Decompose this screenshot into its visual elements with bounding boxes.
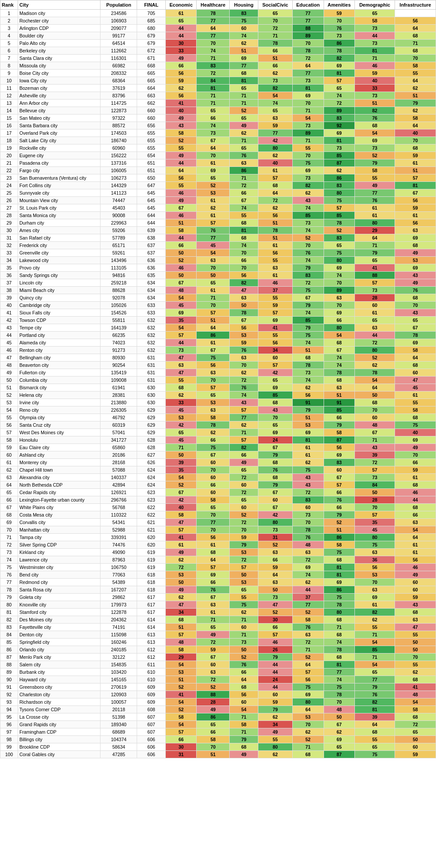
cell-4: 61 [166, 541, 197, 549]
cell-2: 240185 [101, 646, 137, 654]
table-row: 17Overland Park city17450365558736277896… [0, 129, 436, 137]
cell-4: 29 [166, 654, 197, 661]
cell-7: 51 [258, 55, 293, 62]
table-row: 5Palo Alto city645146793070627870867371 [0, 40, 436, 47]
cell-8: 74 [292, 309, 324, 317]
cell-7: 57 [258, 174, 293, 182]
cell-2: 189340 [101, 721, 137, 728]
cell-5: 61 [197, 197, 230, 204]
cell-2: 64514 [101, 40, 137, 47]
cell-8: 77 [292, 17, 324, 25]
cell-0: 99 [0, 743, 18, 751]
cell-11: 61 [395, 541, 436, 549]
cell-8: 78 [292, 362, 324, 369]
cell-11: 64 [395, 122, 436, 129]
cell-11: 70 [395, 137, 436, 144]
cell-3: 621 [137, 526, 166, 534]
table-row: 41Sioux Falls city1545266336957785774696… [0, 309, 436, 317]
cell-8: 64 [292, 62, 324, 70]
cell-9: 79 [324, 511, 354, 519]
cell-8: 55 [292, 144, 324, 152]
cell-9: 69 [324, 264, 354, 272]
table-header: RankCityPopulationFINALEconomicHealthcar… [0, 0, 436, 10]
cell-10: 82 [354, 107, 395, 115]
cell-7: 66 [258, 556, 293, 564]
cell-2: 59206 [101, 227, 137, 234]
cell-4: 55 [166, 377, 197, 384]
cell-10: 73 [354, 92, 395, 100]
cell-1: Alameda city [18, 339, 101, 347]
cell-2: 74191 [101, 624, 137, 631]
cell-10: 70 [354, 504, 395, 511]
cell-0: 70 [0, 526, 18, 534]
cell-4: 66 [166, 736, 197, 743]
table-row: 82Des Moines city20436261468717130586862… [0, 616, 436, 624]
cell-5: 88 [197, 691, 230, 698]
cell-9: 86 [324, 534, 354, 541]
cell-2: 87963 [101, 556, 137, 564]
cell-10: 49 [354, 182, 395, 189]
cell-2: 83796 [101, 92, 137, 100]
cell-6: 58 [230, 721, 258, 728]
cell-11 [395, 10, 436, 17]
cell-8: 81 [292, 436, 324, 444]
cell-6: 65 [230, 85, 258, 92]
cell-3: 627 [137, 451, 166, 459]
cell-1: Chapel Hill town [18, 466, 101, 474]
cell-0: 27 [0, 204, 18, 212]
cell-6: 66 [230, 669, 258, 676]
cell-7: 64 [258, 571, 293, 579]
cell-1: Columbia city [18, 377, 101, 384]
cell-10: 71 [354, 436, 395, 444]
cell-0: 47 [0, 354, 18, 362]
cell-3: 618 [137, 571, 166, 579]
cell-0: 42 [0, 317, 18, 324]
table-row: 70Manhattan city529886215770707378514554 [0, 526, 436, 534]
cell-11: 50 [395, 736, 436, 743]
table-row: 2Rochester city1069036856577757077705856 [0, 17, 436, 25]
cell-4: 30 [166, 40, 197, 47]
cell-6: 71 [230, 728, 258, 736]
cell-10: 54 [354, 377, 395, 384]
table-row: 9Boise City city208332665567268627781595… [0, 70, 436, 77]
cell-8: 81 [292, 85, 324, 92]
cell-8: 73 [292, 77, 324, 85]
cell-0: 91 [0, 683, 18, 691]
cell-10: 61 [354, 204, 395, 212]
cell-3: 655 [137, 144, 166, 152]
cell-2: 66982 [101, 62, 137, 70]
cell-4: 44 [166, 339, 197, 347]
cell-1: Arlington CDP [18, 25, 101, 32]
cell-0: 95 [0, 713, 18, 721]
cell-8: 85 [292, 212, 324, 219]
cell-6: 71 [230, 100, 258, 107]
cell-5: 67 [197, 451, 230, 459]
cell-10: 84 [354, 481, 395, 489]
cell-3: 633 [137, 302, 166, 309]
cell-9: 87 [324, 159, 354, 167]
cell-7: 62 [258, 204, 293, 212]
cell-4: 61 [166, 10, 197, 17]
rankings-table: RankCityPopulationFINALEconomicHealthcar… [0, 0, 436, 758]
cell-7: 70 [258, 414, 293, 421]
cell-8: 52 [292, 736, 324, 743]
cell-1: Coral Gables city [18, 751, 101, 758]
cell-7: 60 [258, 354, 293, 362]
cell-8: 53 [292, 713, 324, 721]
cell-9: 66 [324, 317, 354, 324]
cell-0: 87 [0, 654, 18, 661]
cell-0: 75 [0, 564, 18, 571]
cell-11: 47 [395, 624, 436, 631]
cell-0: 58 [0, 436, 18, 444]
cell-11: 71 [395, 40, 436, 47]
cell-10: 64 [354, 384, 395, 392]
cell-1: Overland Park city [18, 129, 101, 137]
cell-9: 86 [324, 40, 354, 47]
cell-4: 45 [166, 406, 197, 414]
cell-2: 143496 [101, 257, 137, 264]
cell-1: La Crosse city [18, 713, 101, 721]
cell-10: 56 [354, 564, 395, 571]
cell-11: 44 [395, 496, 436, 504]
table-row: 81Stamford city1228786173461625252808268 [0, 609, 436, 616]
cell-8: 64 [292, 661, 324, 669]
